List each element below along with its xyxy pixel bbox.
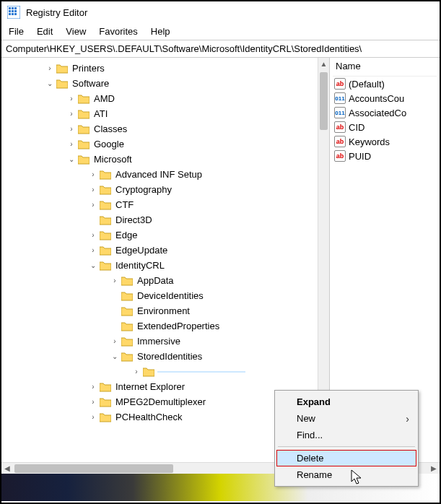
registry-tree[interactable]: › Printers ⌄ Software › AMD › bbox=[1, 58, 318, 427]
value-row-accountscount[interactable]: 011 AccountsCou bbox=[333, 91, 437, 105]
expand-blank bbox=[110, 292, 120, 300]
folder-icon bbox=[78, 124, 89, 134]
scroll-up-icon[interactable]: ▲ bbox=[318, 58, 329, 69]
tree-item-internet-explorer[interactable]: › Internet Explorer bbox=[1, 379, 318, 394]
context-menu-rename[interactable]: Rename bbox=[276, 466, 416, 483]
tree-item-storedidentities[interactable]: ⌄ StoredIdentities bbox=[1, 349, 318, 364]
tree-item-advanced-inf[interactable]: › Advanced INF Setup bbox=[1, 167, 318, 182]
expand-icon[interactable]: › bbox=[88, 170, 98, 178]
tree-item-microsoft[interactable]: ⌄ Microsoft bbox=[1, 152, 318, 167]
svg-rect-4 bbox=[9, 10, 11, 12]
tree-label: CTF bbox=[114, 199, 135, 211]
scroll-thumb[interactable] bbox=[14, 464, 173, 473]
value-name: PUID bbox=[349, 151, 371, 162]
tree-item-extendedproperties[interactable]: ExtendedProperties bbox=[1, 318, 318, 334]
tree-item-appdata[interactable]: › AppData bbox=[1, 273, 318, 288]
scroll-left-icon[interactable]: ◀ bbox=[1, 464, 13, 472]
string-value-icon: ab bbox=[334, 121, 346, 133]
tree-label: Google bbox=[92, 138, 126, 150]
value-row-cid[interactable]: ab CID bbox=[333, 120, 437, 134]
tree-item-cryptography[interactable]: › Cryptography bbox=[1, 182, 318, 197]
tree-label: Edge bbox=[114, 229, 139, 241]
tree-item-immersive[interactable]: › Immersive bbox=[1, 334, 318, 349]
expand-icon[interactable]: › bbox=[66, 95, 77, 103]
tree-label: ATI bbox=[92, 108, 109, 120]
tree-label: Classes bbox=[92, 123, 128, 135]
expand-icon[interactable]: › bbox=[131, 368, 141, 375]
scroll-thumb[interactable] bbox=[320, 72, 328, 130]
value-row-default[interactable]: ab (Default) bbox=[333, 77, 437, 91]
tree-label: EdgeUpdate bbox=[114, 244, 169, 256]
collapse-icon[interactable]: ⌄ bbox=[88, 261, 98, 269]
value-row-keywords[interactable]: ab Keywords bbox=[333, 134, 437, 149]
folder-icon bbox=[100, 200, 111, 210]
tree-label: Software bbox=[71, 77, 110, 90]
tree-item-mpeg2[interactable]: › MPEG2Demultiplexer bbox=[1, 394, 318, 409]
expand-icon[interactable]: › bbox=[66, 110, 77, 118]
context-menu-delete[interactable]: Delete bbox=[276, 450, 416, 466]
expand-icon[interactable]: › bbox=[110, 277, 120, 284]
folder-icon bbox=[100, 246, 111, 256]
tree-item-selected-identity[interactable]: › bbox=[1, 364, 318, 379]
tree-item-edge[interactable]: › Edge bbox=[1, 227, 318, 243]
expand-icon[interactable]: › bbox=[88, 201, 98, 209]
tree-label: ExtendedProperties bbox=[136, 320, 221, 332]
tree-item-classes[interactable]: › Classes bbox=[1, 121, 318, 136]
context-menu-new[interactable]: New bbox=[276, 410, 416, 427]
address-bar[interactable]: Computer\HKEY_USERS\.DEFAULT\Software\Mi… bbox=[1, 40, 440, 58]
folder-icon bbox=[78, 109, 89, 119]
expand-icon[interactable]: › bbox=[88, 231, 98, 239]
menu-favorites[interactable]: Favorites bbox=[99, 26, 137, 37]
tree-label: IdentityCRL bbox=[114, 259, 166, 271]
tree-item-pchealth[interactable]: › PCHealthCheck bbox=[1, 409, 318, 425]
expand-icon[interactable]: › bbox=[88, 186, 98, 194]
expand-icon[interactable]: › bbox=[66, 140, 77, 148]
expand-blank bbox=[88, 216, 98, 224]
tree-item-ati[interactable]: › ATI bbox=[1, 106, 318, 121]
tree-item-software[interactable]: ⌄ Software bbox=[1, 76, 318, 91]
svg-rect-5 bbox=[12, 10, 14, 12]
tree-item-environment[interactable]: Environment bbox=[1, 303, 318, 318]
value-name: AccountsCou bbox=[349, 93, 404, 104]
window-title: Registry Editor bbox=[26, 7, 87, 18]
tree-item-printers[interactable]: › Printers bbox=[1, 61, 318, 76]
column-header-name[interactable]: Name bbox=[333, 59, 437, 77]
menu-edit[interactable]: Edit bbox=[37, 26, 53, 37]
scroll-right-icon[interactable]: ▶ bbox=[428, 464, 440, 472]
expand-icon[interactable]: › bbox=[66, 125, 77, 133]
collapse-icon: ⌄ bbox=[110, 352, 120, 360]
folder-icon bbox=[121, 336, 133, 347]
expand-icon[interactable]: › bbox=[88, 413, 98, 421]
app-icon bbox=[7, 6, 20, 19]
context-menu-expand[interactable]: Expand bbox=[276, 394, 416, 410]
folder-icon bbox=[121, 276, 133, 286]
folder-icon bbox=[100, 382, 111, 392]
menu-file[interactable]: File bbox=[9, 26, 24, 37]
tree-label: PCHealthCheck bbox=[114, 411, 184, 423]
tree-item-edgeupdate[interactable]: › EdgeUpdate bbox=[1, 243, 318, 258]
collapse-icon[interactable]: ⌄ bbox=[66, 155, 77, 163]
folder-icon bbox=[100, 397, 111, 407]
tree-item-identitycrl[interactable]: ⌄ IdentityCRL bbox=[1, 258, 318, 273]
value-row-associatedcount[interactable]: 011 AssociatedCo bbox=[333, 105, 437, 120]
folder-icon bbox=[78, 155, 89, 165]
menu-help[interactable]: Help bbox=[151, 26, 170, 37]
tree-item-deviceidentities[interactable]: DeviceIdentities bbox=[1, 288, 318, 303]
expand-icon[interactable]: › bbox=[88, 383, 98, 391]
expand-icon[interactable]: › bbox=[88, 246, 98, 254]
tree-item-amd[interactable]: › AMD bbox=[1, 91, 318, 106]
context-menu-find[interactable]: Find... bbox=[276, 427, 416, 443]
tree-item-ctf[interactable]: › CTF bbox=[1, 197, 318, 212]
tree-item-google[interactable]: › Google bbox=[1, 136, 318, 152]
collapse-icon[interactable]: ⌄ bbox=[45, 79, 55, 87]
menu-view[interactable]: View bbox=[66, 26, 86, 37]
folder-icon bbox=[78, 139, 89, 149]
expand-icon[interactable]: › bbox=[110, 337, 120, 345]
expand-icon[interactable]: › bbox=[88, 398, 98, 406]
binary-value-icon: 011 bbox=[334, 107, 346, 118]
menu-separator bbox=[278, 446, 415, 447]
tree-item-direct3d[interactable]: Direct3D bbox=[1, 212, 318, 227]
expand-icon[interactable]: › bbox=[45, 64, 55, 72]
folder-icon bbox=[100, 261, 111, 271]
value-row-puid[interactable]: ab PUID bbox=[333, 149, 437, 163]
